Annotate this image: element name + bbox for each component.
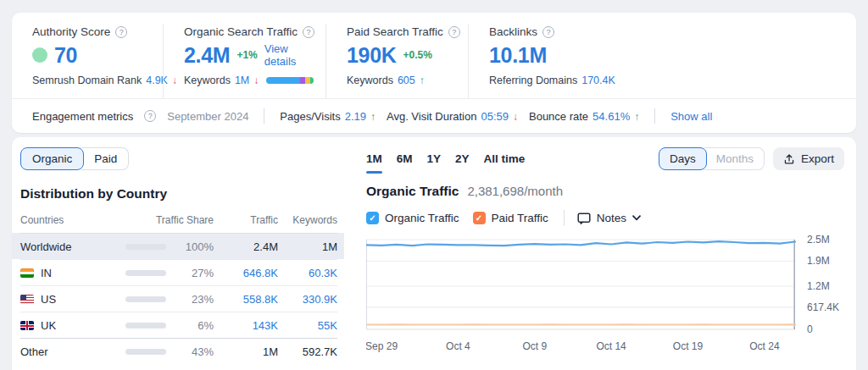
keywords-value: 592.7K [278, 345, 337, 358]
svg-text:2.5M: 2.5M [807, 234, 830, 246]
tab-1y[interactable]: 1Y [427, 152, 442, 174]
metrics-row: Authority Score 70 Semrush Domain Rank 4… [12, 13, 856, 98]
tab-2y[interactable]: 2Y [455, 152, 470, 174]
paid-traffic-checkbox[interactable] [473, 212, 486, 224]
paid-keywords-value[interactable]: 605 [398, 75, 415, 86]
backlinks-card: Backlinks 10.1M Referring Domains 170.4K [468, 24, 627, 98]
paid-toggle-button[interactable]: Paid [81, 147, 129, 170]
bounce-rate-label: Bounce rate [529, 110, 588, 123]
trend-down-icon [513, 110, 518, 123]
col-traffic-share[interactable]: Traffic Share [125, 214, 214, 226]
avg-duration-value: 05:59 [481, 110, 509, 123]
traffic-value: 1M [214, 345, 278, 358]
info-icon[interactable] [144, 110, 156, 122]
engagement-metrics-label: Engagement metrics [32, 110, 133, 123]
bounce-rate-value: 54.61% [593, 110, 630, 123]
legend-paid-label: Paid Traffic [492, 212, 548, 224]
divider [564, 210, 565, 226]
share-bar [125, 270, 166, 276]
keywords-link[interactable]: 55K [278, 319, 337, 332]
keyword-distribution-bar[interactable] [266, 77, 314, 84]
flag-us-icon [20, 295, 34, 304]
table-row-in[interactable]: IN 27% 646.8K 60.3K [20, 259, 337, 285]
organic-traffic-line-chart[interactable]: 2.5M1.9M1.2M617.4K0Sep 29Oct 4Oct 9Oct 1… [366, 233, 846, 360]
divider [654, 108, 655, 124]
organic-search-traffic-card: Organic Search Traffic 2.4M +1% View det… [163, 24, 326, 98]
overview-metrics-card: Authority Score 70 Semrush Domain Rank 4… [12, 13, 856, 133]
organic-paid-toggle: Organic Paid [20, 147, 129, 170]
pages-visits-label: Pages/Visits [280, 110, 340, 123]
view-details-link[interactable]: View details [264, 42, 314, 68]
show-all-link[interactable]: Show all [670, 110, 712, 123]
share-bar [125, 323, 166, 329]
table-row-worldwide[interactable]: Worldwide 100% 2.4M 1M [20, 233, 337, 259]
share-bar [125, 296, 166, 302]
traffic-analysis-card: Organic Paid Distribution by Country Cou… [12, 137, 856, 370]
chart-legend: Organic Traffic Paid Traffic Notes [366, 210, 844, 226]
time-range-tabs: 1M 6M 1Y 2Y All time [366, 147, 525, 174]
paid-traffic-value: 190K [347, 43, 397, 68]
share-value: 6% [175, 319, 214, 332]
days-button[interactable]: Days [659, 147, 707, 170]
col-keywords[interactable]: Keywords [278, 214, 337, 226]
keywords-value[interactable]: 1M [235, 75, 249, 86]
traffic-link[interactable]: 646.8K [214, 267, 278, 279]
traffic-chart-panel: 1M 6M 1Y 2Y All time Days Months Export [366, 147, 844, 370]
bounce-rate-stat: Bounce rate 54.61% [529, 110, 639, 123]
divider [264, 108, 264, 124]
organic-traffic-checkbox[interactable] [366, 212, 379, 224]
trend-up-icon [420, 75, 425, 86]
organic-traffic-change: +1% [236, 49, 257, 61]
country-name: Other [20, 345, 125, 358]
tab-1m[interactable]: 1M [366, 152, 382, 174]
svg-text:617.4K: 617.4K [807, 301, 839, 313]
organic-toggle-button[interactable]: Organic [20, 147, 84, 170]
svg-text:1.2M: 1.2M [807, 280, 830, 292]
info-icon[interactable] [303, 26, 314, 38]
authority-score-card: Authority Score 70 Semrush Domain Rank 4… [12, 24, 163, 98]
engagement-metrics-bar: Engagement metrics September 2024 Pages/… [12, 98, 856, 133]
country-name: US [41, 293, 56, 306]
info-icon[interactable] [448, 26, 460, 38]
keywords-label: Keywords [347, 75, 393, 86]
traffic-link[interactable]: 143K [214, 319, 278, 332]
export-button[interactable]: Export [773, 147, 844, 170]
country-name: UK [41, 319, 56, 332]
notes-bubble-icon [577, 213, 591, 224]
keywords-link[interactable]: 60.3K [278, 267, 337, 279]
pages-visits-stat: Pages/Visits 2.19 [280, 110, 376, 123]
referring-domains-label: Referring Domains [489, 75, 577, 86]
referring-domains-value[interactable]: 170.4K [581, 75, 615, 86]
table-row-other[interactable]: Other 43% 1M 592.7K [20, 338, 337, 364]
share-value: 100% [175, 240, 214, 253]
svg-text:Oct 19: Oct 19 [673, 340, 704, 352]
share-bar [125, 244, 166, 250]
keywords-link[interactable]: 330.9K [278, 293, 337, 306]
authority-score-dot-icon [32, 47, 47, 63]
authority-score-value: 70 [54, 43, 77, 68]
country-name: Worldwide [20, 240, 125, 253]
months-button[interactable]: Months [704, 147, 765, 170]
paid-traffic-change: +0.5% [403, 49, 432, 61]
organic-traffic-label: Organic Search Traffic [184, 25, 298, 38]
col-traffic[interactable]: Traffic [214, 214, 278, 226]
share-bar [125, 349, 166, 355]
col-countries[interactable]: Countries [20, 214, 125, 226]
backlinks-value: 10.1M [489, 43, 547, 68]
traffic-link[interactable]: 558.8K [214, 293, 278, 306]
tab-6m[interactable]: 6M [397, 152, 413, 174]
backlinks-label: Backlinks [489, 25, 537, 38]
table-row-us[interactable]: US 23% 558.8K 330.9K [20, 285, 337, 312]
svg-text:Oct 9: Oct 9 [522, 340, 547, 352]
svg-text:0: 0 [807, 323, 813, 335]
tab-all-time[interactable]: All time [484, 152, 526, 174]
notes-dropdown[interactable]: Notes [577, 212, 641, 224]
info-icon[interactable] [542, 26, 554, 38]
flag-in-icon [20, 268, 34, 278]
table-row-uk[interactable]: UK 6% 143K 55K [20, 312, 337, 338]
keywords-label: Keywords [184, 75, 231, 86]
domain-rank-label: Semrush Domain Rank [32, 75, 142, 86]
info-icon[interactable] [115, 26, 127, 38]
share-value: 27% [175, 267, 214, 279]
share-value: 43% [175, 345, 214, 358]
